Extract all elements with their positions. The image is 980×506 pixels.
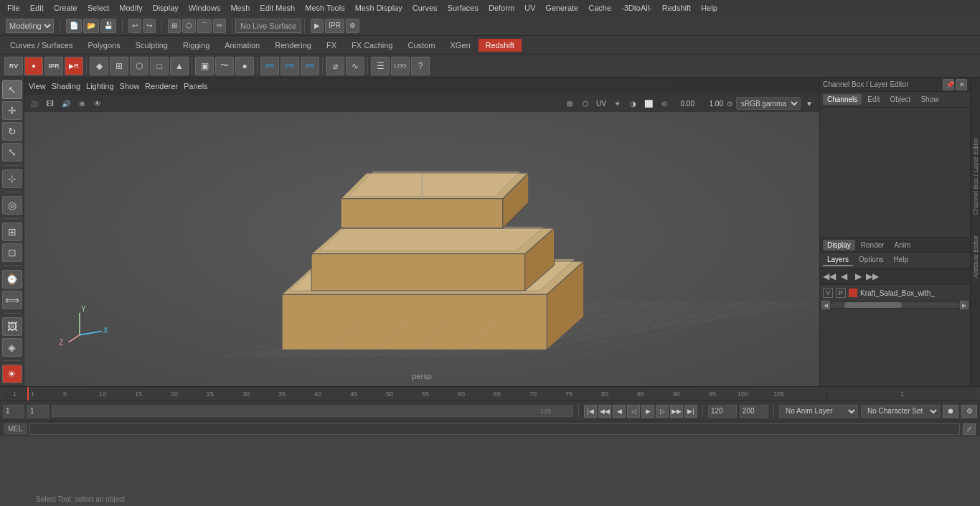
vp-light-btn[interactable]: ☀	[610, 97, 624, 110]
time-slider[interactable]: 120	[52, 406, 573, 417]
input-output-btn[interactable]: ⟺	[2, 291, 22, 309]
viewport-scene[interactable]: X Y Z	[24, 78, 819, 386]
transport-end-btn[interactable]: ▶|	[684, 405, 697, 418]
vp-isolate-btn[interactable]: 👁	[90, 97, 105, 110]
anim-end-input[interactable]	[708, 405, 737, 418]
tab-fx[interactable]: FX	[319, 39, 344, 52]
render-view-btn[interactable]: 🖼	[2, 317, 22, 336]
snap-together-btn[interactable]: ⊡	[2, 243, 22, 262]
arnold-light-btn[interactable]: ☀	[2, 365, 22, 383]
menu-uv[interactable]: UV	[520, 2, 540, 14]
workspace-dropdown[interactable]: Modeling	[6, 19, 54, 33]
layer-step-back-btn[interactable]: ◀	[837, 270, 850, 283]
vp-uv-btn[interactable]: UV	[594, 97, 608, 110]
tab-rendering[interactable]: Rendering	[268, 39, 319, 52]
channel-box-strip-label[interactable]: Channel Box / Layer Editor	[971, 135, 980, 218]
icon-help[interactable]: ?	[411, 57, 430, 75]
icon-log[interactable]: LOG	[391, 57, 410, 75]
panels-menu[interactable]: Panels	[184, 82, 208, 90]
script-lang-label[interactable]: MEL	[4, 423, 27, 434]
icon-rv[interactable]: RV	[4, 57, 23, 75]
layer-next-btn[interactable]: ▶▶	[866, 270, 879, 283]
save-scene-btn[interactable]: 💾	[100, 19, 116, 33]
menu-mesh-tools[interactable]: Mesh Tools	[301, 2, 349, 14]
select-by-hierarchy-btn[interactable]: ⊞	[168, 19, 181, 33]
channels-tab[interactable]: Channels	[823, 94, 862, 105]
transport-start-btn[interactable]: |◀	[584, 405, 597, 418]
vp-smooth-btn[interactable]: ⬡	[578, 97, 593, 110]
scale-tool-btn[interactable]: ⤡	[2, 143, 22, 161]
vp-texture-btn[interactable]: ⬜	[641, 97, 656, 110]
show-menu[interactable]: Show	[120, 82, 140, 90]
icon-diamond[interactable]: ◆	[90, 57, 108, 75]
horizontal-scrollbar[interactable]: ◀ ▶	[820, 301, 970, 309]
hypershade-btn[interactable]: ◈	[2, 338, 22, 357]
tab-curves-surfaces[interactable]: Curves / Surfaces	[3, 39, 80, 52]
icon-grid[interactable]: ⊞	[110, 57, 128, 75]
panel-close-btn[interactable]: ✕	[956, 79, 967, 90]
layer-playback[interactable]: P	[836, 288, 846, 298]
transport-play-btn[interactable]: ▶	[641, 405, 654, 418]
transport-step-back-btn[interactable]: ◀	[613, 405, 626, 418]
autokey-btn[interactable]: ⏺	[943, 405, 958, 418]
layer-step-fwd-btn[interactable]: ▶	[852, 270, 864, 283]
vp-camera-btn[interactable]: 🎥	[27, 97, 42, 110]
menu-modify[interactable]: Modify	[115, 2, 146, 14]
icon-pr3[interactable]: PR	[301, 57, 319, 75]
transport-play-back-btn[interactable]: ◁	[627, 405, 640, 418]
attr-editor-strip-label[interactable]: Attribute Editor	[971, 233, 980, 281]
icon-cube-tool[interactable]: ▣	[195, 57, 214, 75]
render-settings-btn[interactable]: ⚙	[346, 19, 359, 33]
open-scene-btn[interactable]: 📂	[83, 19, 99, 33]
new-scene-btn[interactable]: 📄	[66, 19, 82, 33]
edit-tab[interactable]: Edit	[863, 94, 884, 105]
tab-polygons[interactable]: Polygons	[80, 39, 127, 52]
gamma-select[interactable]: sRGB gamma	[736, 97, 801, 110]
command-input[interactable]	[29, 423, 960, 435]
icon-ipr[interactable]: IPR	[44, 57, 63, 75]
icon-ipr-record[interactable]: ●	[24, 57, 43, 75]
rotate-tool-btn[interactable]: ↻	[2, 122, 22, 141]
panel-pin-btn[interactable]: 📌	[943, 79, 954, 90]
menu-windows[interactable]: Windows	[184, 2, 225, 14]
script-expand-btn[interactable]: ⤢	[963, 423, 976, 435]
undo-btn[interactable]: ↩	[128, 19, 141, 33]
menu-edit[interactable]: Edit	[26, 2, 48, 14]
soft-select-btn[interactable]: ◎	[2, 196, 22, 215]
icon-cone[interactable]: ▲	[170, 57, 189, 75]
tab-xgen[interactable]: XGen	[443, 39, 477, 52]
icon-wave2[interactable]: ∿	[346, 57, 364, 75]
tab-sculpting[interactable]: Sculpting	[128, 39, 175, 52]
options-tab[interactable]: Options	[854, 254, 887, 266]
no-char-set-select[interactable]: No Character Set	[861, 405, 940, 418]
lighting-menu[interactable]: Lighting	[86, 82, 114, 90]
menu-cache[interactable]: Cache	[584, 2, 616, 14]
history-btn[interactable]: ⌚	[2, 270, 22, 289]
vp-gamma-toggle[interactable]: ⊙	[725, 97, 735, 110]
transport-prev-btn[interactable]: ◀◀	[598, 405, 611, 418]
icon-script[interactable]: ☰	[371, 57, 390, 75]
icon-box[interactable]: □	[150, 57, 169, 75]
icon-render-preview[interactable]: ▶R	[65, 57, 83, 75]
menu-mesh[interactable]: Mesh	[226, 2, 254, 14]
select-mode-btn[interactable]: ⬡	[182, 19, 196, 33]
help-tab[interactable]: Help	[889, 254, 913, 266]
menu-3dtoall[interactable]: -3DtoAll-	[617, 2, 656, 14]
lasso-btn[interactable]: ⌒	[197, 19, 212, 33]
no-anim-layer-select[interactable]: No Anim Layer	[779, 405, 858, 418]
paint-btn[interactable]: ✏	[213, 19, 226, 33]
scrollbar-track[interactable]	[830, 302, 960, 308]
shading-menu[interactable]: Shading	[52, 82, 80, 90]
menu-deform[interactable]: Deform	[484, 2, 519, 14]
menu-create[interactable]: Create	[50, 2, 82, 14]
scrollbar-thumb[interactable]	[844, 302, 902, 308]
menu-curves[interactable]: Curves	[408, 2, 442, 14]
universal-tool-btn[interactable]: ⊹	[2, 169, 22, 188]
tab-custom[interactable]: Custom	[401, 39, 443, 52]
select-tool-btn[interactable]: ↖	[2, 80, 22, 99]
object-tab[interactable]: Object	[886, 94, 915, 105]
menu-file[interactable]: File	[3, 2, 24, 14]
menu-generate[interactable]: Generate	[541, 2, 583, 14]
menu-redshift[interactable]: Redshift	[658, 2, 695, 14]
layer-visibility[interactable]: V	[823, 288, 833, 298]
